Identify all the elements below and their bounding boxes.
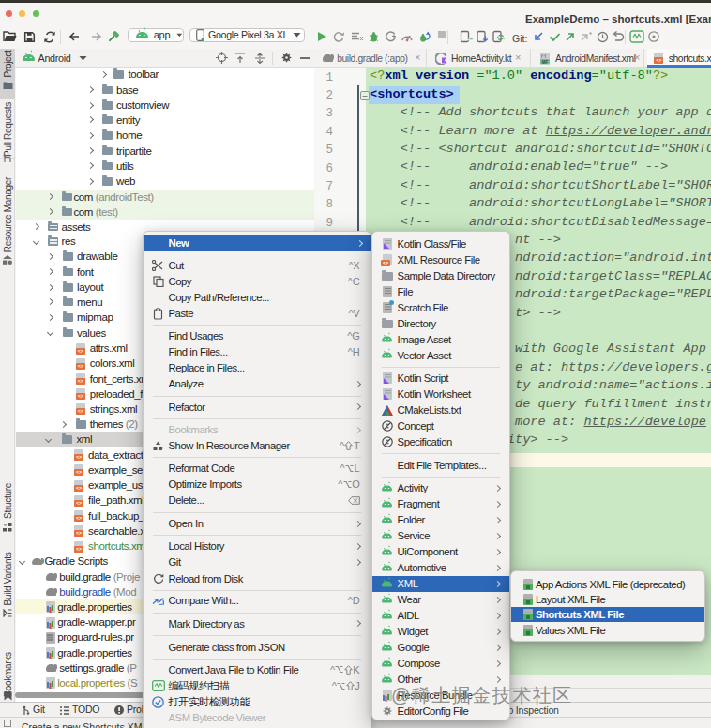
svg-text:MF: MF xyxy=(541,59,548,64)
